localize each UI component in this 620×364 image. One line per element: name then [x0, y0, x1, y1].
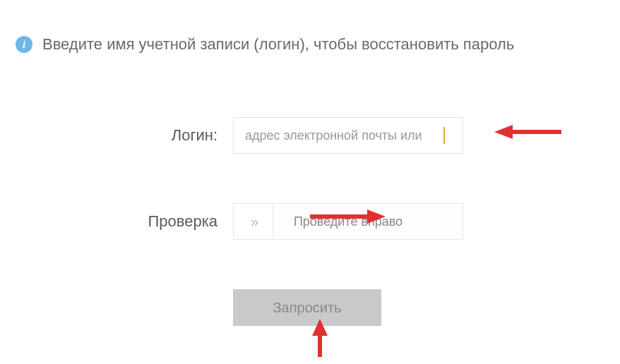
- info-icon: i: [16, 36, 32, 53]
- instruction-text: Введите имя учетной записи (логин), чтоб…: [42, 35, 514, 54]
- spacer: [0, 289, 233, 326]
- login-label: Логин:: [0, 126, 233, 145]
- instruction-row: i Введите имя учетной записи (логин), чт…: [0, 0, 620, 54]
- login-row: Логин:: [0, 117, 620, 154]
- text-cursor: [443, 127, 445, 144]
- slider-handle-icon[interactable]: »: [234, 204, 273, 239]
- slider-captcha[interactable]: » Проведите вправо: [233, 203, 463, 240]
- submit-button[interactable]: Запросить: [233, 289, 381, 326]
- captcha-label: Проверка: [0, 212, 233, 231]
- form-area: Логин: Проверка » Проведите вправо Запро…: [0, 117, 620, 326]
- login-input[interactable]: [233, 117, 463, 154]
- submit-row: Запросить: [0, 289, 620, 326]
- captcha-row: Проверка » Проведите вправо: [0, 203, 620, 240]
